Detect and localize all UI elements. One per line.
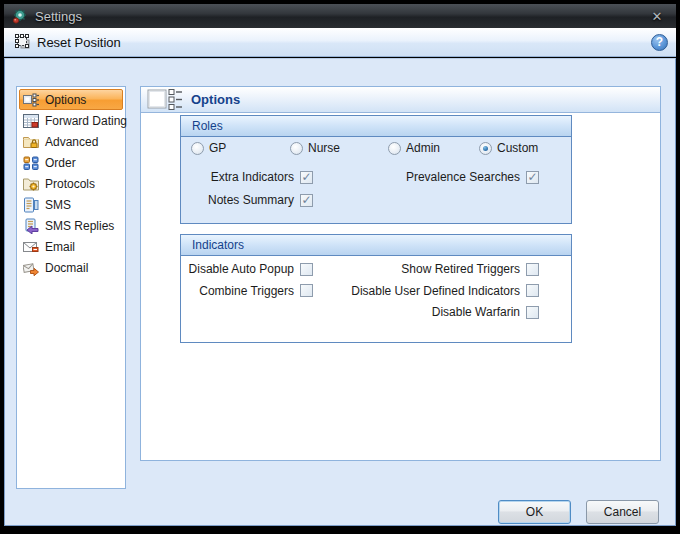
settings-window: Settings ✕ Reset Position ? Opt <box>0 0 680 534</box>
sidebar-item-options[interactable]: Options <box>19 89 123 110</box>
checkbox-disable-auto-popup[interactable]: Disable Auto Popup <box>189 262 313 276</box>
checkbox-label: Disable Warfarin <box>432 305 520 319</box>
indicators-group-body: Disable Auto PopupShow Retired TriggersC… <box>181 256 571 342</box>
sidebar-item-forward-dating[interactable]: Forward Dating <box>19 110 123 131</box>
window-title: Settings <box>35 9 82 24</box>
radio-nurse[interactable]: Nurse <box>290 141 340 155</box>
checkbox-prevalence-searches[interactable]: Prevalence Searches✓ <box>406 170 539 184</box>
dialog-content: OptionsForward DatingAdvancedOrderProtoc… <box>4 58 676 526</box>
sidebar-item-label: Order <box>45 156 76 170</box>
roles-group: Roles GPNurseAdminCustomExtra Indicators… <box>180 115 572 224</box>
checkbox-disable-warfarin[interactable]: Disable Warfarin <box>432 305 539 319</box>
radio-button-icon[interactable] <box>479 142 492 155</box>
checkbox-combine-triggers[interactable]: Combine Triggers <box>199 284 313 298</box>
sidebar-item-docmail[interactable]: Docmail <box>19 257 123 278</box>
checkbox-unchecked-icon[interactable] <box>300 263 313 276</box>
reset-position-label: Reset Position <box>37 35 121 50</box>
roles-group-body: GPNurseAdminCustomExtra Indicators✓Preva… <box>181 137 571 223</box>
checkbox-label: Combine Triggers <box>199 284 294 298</box>
sidebar-item-label: Protocols <box>45 177 95 191</box>
checkbox-notes-summary[interactable]: Notes Summary✓ <box>208 193 313 207</box>
sidebar-item-order[interactable]: Order <box>19 152 123 173</box>
settings-sidebar: OptionsForward DatingAdvancedOrderProtoc… <box>16 86 126 489</box>
checkbox-label: Prevalence Searches <box>406 170 520 184</box>
options-icon <box>23 92 39 108</box>
sms-icon <box>23 197 39 213</box>
sidebar-item-label: Advanced <box>45 135 98 149</box>
toolbar: Reset Position ? <box>4 28 676 57</box>
panel-title: Options <box>191 92 240 107</box>
sidebar-item-label: SMS <box>45 198 71 212</box>
email-icon <box>23 239 39 255</box>
indicators-group: Indicators Disable Auto PopupShow Retire… <box>180 234 572 343</box>
radio-button-icon[interactable] <box>191 142 204 155</box>
checkbox-label: Disable Auto Popup <box>189 262 294 276</box>
checkbox-unchecked-icon[interactable] <box>300 284 313 297</box>
checkbox-disable-user-defined-indicators[interactable]: Disable User Defined Indicators <box>351 284 539 298</box>
checkbox-checked-icon[interactable]: ✓ <box>300 171 313 184</box>
checkbox-show-retired-triggers[interactable]: Show Retired Triggers <box>401 262 539 276</box>
checkbox-unchecked-icon[interactable] <box>526 263 539 276</box>
sidebar-item-protocols[interactable]: Protocols <box>19 173 123 194</box>
radio-gp[interactable]: GP <box>191 141 226 155</box>
sidebar-item-label: Forward Dating <box>45 114 127 128</box>
radio-label: Nurse <box>308 141 340 155</box>
panel-header: Options <box>141 87 660 113</box>
help-icon[interactable]: ? <box>651 34 668 51</box>
order-icon <box>23 155 39 171</box>
sidebar-item-label: Options <box>45 93 86 107</box>
options-header-icon <box>147 89 183 111</box>
radio-label: Admin <box>406 141 440 155</box>
sidebar-item-label: Email <box>45 240 75 254</box>
checkbox-label: Disable User Defined Indicators <box>351 284 520 298</box>
sidebar-item-label: SMS Replies <box>45 219 114 233</box>
reset-position-button[interactable]: Reset Position <box>12 32 127 52</box>
sidebar-item-sms[interactable]: SMS <box>19 194 123 215</box>
title-bar: Settings ✕ <box>4 4 676 28</box>
checkbox-label: Extra Indicators <box>211 170 294 184</box>
sidebar-item-email[interactable]: Email <box>19 236 123 257</box>
reset-position-icon <box>15 34 31 50</box>
folder-gear-icon <box>23 176 39 192</box>
radio-custom[interactable]: Custom <box>479 141 538 155</box>
radio-button-icon[interactable] <box>388 142 401 155</box>
checkbox-checked-icon[interactable]: ✓ <box>300 194 313 207</box>
radio-label: GP <box>209 141 226 155</box>
checkbox-unchecked-icon[interactable] <box>526 284 539 297</box>
sms-reply-icon <box>23 218 39 234</box>
indicators-group-header: Indicators <box>181 235 571 256</box>
options-panel: Options Roles GPNurseAdminCustomExtra In… <box>140 86 661 461</box>
checkbox-label: Notes Summary <box>208 193 294 207</box>
settings-gear-icon <box>12 8 28 24</box>
checkbox-label: Show Retired Triggers <box>401 262 520 276</box>
close-icon[interactable]: ✕ <box>646 9 668 24</box>
roles-group-header: Roles <box>181 116 571 137</box>
checkbox-checked-icon[interactable]: ✓ <box>526 171 539 184</box>
radio-button-icon[interactable] <box>290 142 303 155</box>
checkbox-extra-indicators[interactable]: Extra Indicators✓ <box>211 170 313 184</box>
radio-label: Custom <box>497 141 538 155</box>
radio-admin[interactable]: Admin <box>388 141 440 155</box>
ok-button[interactable]: OK <box>498 500 571 524</box>
sidebar-item-advanced[interactable]: Advanced <box>19 131 123 152</box>
sidebar-item-sms-replies[interactable]: SMS Replies <box>19 215 123 236</box>
calendar-icon <box>23 113 39 129</box>
cancel-button[interactable]: Cancel <box>586 500 659 524</box>
checkbox-unchecked-icon[interactable] <box>526 306 539 319</box>
docmail-icon <box>23 260 39 276</box>
sidebar-item-label: Docmail <box>45 261 88 275</box>
folder-lock-icon <box>23 134 39 150</box>
